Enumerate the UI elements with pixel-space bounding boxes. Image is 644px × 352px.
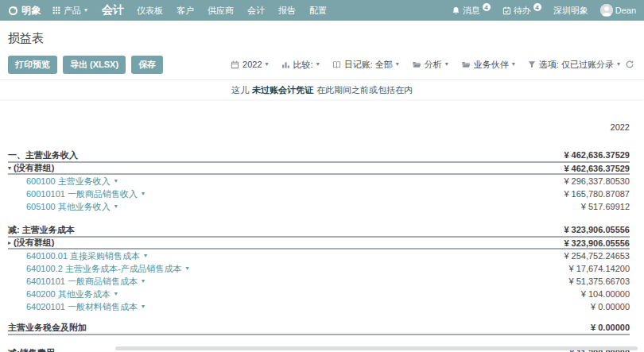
filter-label: 日记账: 全部 <box>344 59 393 71</box>
messages-label: 消息 <box>463 5 480 17</box>
messages-button[interactable]: 消息 4 <box>452 5 491 17</box>
row-label: 减:销售费用 <box>8 347 55 352</box>
row-value: ¥ 254,752.24653 <box>564 251 630 261</box>
report-row-account[interactable]: 605100 其他业务收入▾¥ 517.69912 <box>8 200 630 213</box>
row-value: ¥ 296,337.80530 <box>564 176 630 186</box>
filter-icon <box>528 60 536 68</box>
todo-label: 待办 <box>514 5 531 17</box>
nav-item-1[interactable]: 客户 <box>177 5 194 17</box>
row-label: 640100.01 直接采购销售成本▾ <box>26 250 147 262</box>
caret-down-icon: ▾ <box>8 165 11 172</box>
chevron-down-icon: ▾ <box>617 61 620 68</box>
filter-1[interactable]: 比较:▾ <box>281 59 320 71</box>
report-row-group[interactable]: ▸(没有群组)¥ 323,906.05556 <box>8 238 630 249</box>
brand[interactable]: 明象 <box>8 4 41 17</box>
report-row-section: 减: 主营业务成本¥ 323,906.05556 <box>8 223 630 238</box>
caret-down-icon: ▾ <box>186 265 189 272</box>
unposted-entries-notice: 这儿 未过账会计凭证 在此期间之前或包括在内 <box>0 79 644 99</box>
folder-icon <box>412 60 421 69</box>
chevron-down-icon: ▾ <box>512 61 515 68</box>
apps-grid-icon <box>52 6 60 14</box>
brand-label: 明象 <box>21 4 41 17</box>
action-button-2[interactable]: 保存 <box>131 56 163 74</box>
income-statement-report: 2022 一、主营业务收入¥ 462,636.37529▾(没有群组)¥ 462… <box>0 122 644 352</box>
report-row-group[interactable]: ▾(没有群组)¥ 462,636.37529 <box>8 163 630 175</box>
report-row-account[interactable]: 640100.01 直接采购销售成本▾¥ 254,752.24653 <box>8 249 630 262</box>
calendar-check-icon <box>502 6 511 15</box>
calendar-icon <box>231 60 239 69</box>
avatar <box>600 4 613 17</box>
refresh-button[interactable] <box>625 60 634 69</box>
user-menu[interactable]: Dean <box>600 4 636 17</box>
report-row-account[interactable]: 600100 主营业务收入▾¥ 296,337.80530 <box>8 175 630 188</box>
products-menu[interactable]: 产品 ▾ <box>52 5 87 17</box>
notice-suffix: 在此期间之前或包括在内 <box>316 84 413 96</box>
nav-item-3[interactable]: 会计 <box>247 5 265 17</box>
report-row-account[interactable]: 640200 其他业务成本▾¥ 104.00000 <box>8 288 630 300</box>
row-label: 640200 其他业务成本▾ <box>26 288 118 300</box>
top-navbar: 明象 产品 ▾ 会计 仪表板客户供应商会计报告配置 消息 4 待办 4 深圳明象 <box>0 0 644 21</box>
caret-down-icon: ▾ <box>114 291 118 297</box>
chevron-down-icon: ▾ <box>266 61 269 68</box>
unposted-entries-link[interactable]: 未过账会计凭证 <box>252 84 313 96</box>
caret-down-icon: ▾ <box>142 278 145 284</box>
row-label: ▸(没有群组) <box>8 237 54 249</box>
bar-chart-icon <box>281 60 290 69</box>
chevron-down-icon: ▾ <box>396 61 399 68</box>
row-spacer <box>8 335 630 346</box>
row-value: ¥ 517.69912 <box>581 202 630 211</box>
action-buttons: 打印预览导出 (XLSX)保存 <box>8 56 169 74</box>
current-app[interactable]: 会计 <box>102 3 124 17</box>
row-value: ¥ 323,906.05556 <box>564 225 630 234</box>
row-label: 减: 主营业务成本 <box>8 224 75 236</box>
messages-badge: 4 <box>483 3 491 11</box>
app-menu: 仪表板客户供应商会计报告配置 <box>137 5 327 17</box>
row-value: ¥ 0.00000 <box>591 323 630 332</box>
folder-icon <box>461 60 471 69</box>
column-header-2022: 2022 <box>8 122 630 133</box>
products-label: 产品 <box>64 5 81 17</box>
row-spacer <box>8 313 630 321</box>
row-label: 64020101 一般材料销售成本▾ <box>26 301 145 313</box>
bell-icon <box>452 6 460 15</box>
row-label: 一、主营业务收入 <box>8 149 78 161</box>
nav-item-5[interactable]: 配置 <box>309 5 327 17</box>
row-label: 60010101 一般商品销售收入▾ <box>26 188 145 200</box>
nav-item-2[interactable]: 供应商 <box>208 5 234 17</box>
row-value: ¥ 0.00000 <box>591 302 630 311</box>
company-switcher[interactable]: 深圳明象 <box>553 5 588 17</box>
caret-right-icon: ▸ <box>8 240 11 246</box>
logo-icon <box>8 6 18 16</box>
filter-2[interactable]: 日记账: 全部▾ <box>332 59 399 71</box>
todo-button[interactable]: 待办 4 <box>502 5 541 17</box>
report-rows: 一、主营业务收入¥ 462,636.37529▾(没有群组)¥ 462,636.… <box>8 149 630 352</box>
action-button-1[interactable]: 导出 (XLSX) <box>63 56 126 74</box>
caret-down-icon: ▾ <box>114 178 118 184</box>
action-button-0[interactable]: 打印预览 <box>8 56 57 74</box>
filter-label: 业务伙伴 <box>474 59 509 71</box>
filter-label: 2022 <box>242 60 262 69</box>
row-value: ¥ 462,636.37529 <box>564 164 630 173</box>
report-row-account[interactable]: 64020101 一般材料销售成本▾¥ 0.00000 <box>8 300 630 313</box>
notice-prefix: 这儿 <box>231 84 249 96</box>
filter-3[interactable]: 分析▾ <box>412 59 448 71</box>
report-row-account[interactable]: 60010101 一般商品销售收入▾¥ 165,780.87087 <box>8 188 630 200</box>
report-row-section: 主营业务税金及附加¥ 0.00000 <box>8 321 630 335</box>
filter-0[interactable]: 2022▾ <box>231 60 269 69</box>
nav-item-0[interactable]: 仪表板 <box>137 5 163 17</box>
row-label: ▾(没有群组) <box>8 162 54 174</box>
filter-label: 选项: 仅已过账分录 <box>539 59 614 71</box>
report-row-account[interactable]: 64010101 一般商品销售成本▾¥ 51,375.66703 <box>8 275 630 288</box>
user-name: Dean <box>615 6 636 15</box>
report-row-account[interactable]: 640100.2 主营业务成本-产成品销售成本▾¥ 17,674.14200 <box>8 262 630 275</box>
filter-4[interactable]: 业务伙伴▾ <box>461 59 515 71</box>
filter-5[interactable]: 选项: 仅已过账分录▾ <box>528 59 620 71</box>
chevron-down-icon: ▾ <box>445 61 448 68</box>
row-label: 640100.2 主营业务成本-产成品销售成本▾ <box>26 263 189 275</box>
filter-label: 分析 <box>425 59 442 71</box>
nav-item-4[interactable]: 报告 <box>278 5 296 17</box>
page-title: 损益表 <box>0 21 644 46</box>
filter-label: 比较: <box>293 59 313 71</box>
horizontal-scrollbar[interactable] <box>115 346 638 350</box>
row-value: ¥ 323,906.05556 <box>564 238 630 248</box>
